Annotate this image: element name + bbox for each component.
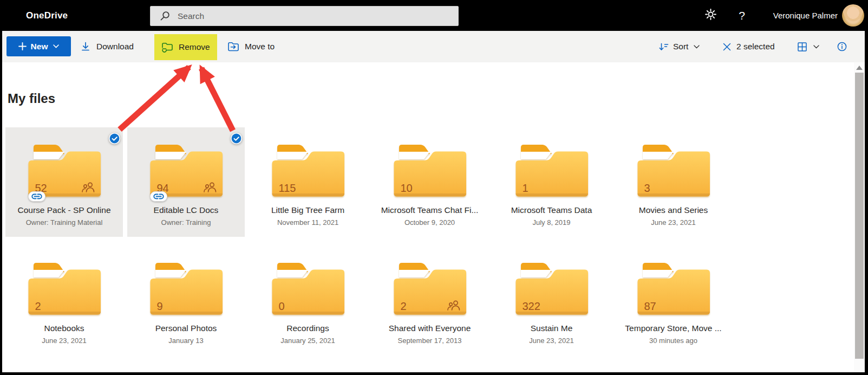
scrollbar-thumb[interactable] [855,73,864,359]
folder-icon: 94 [148,144,224,198]
folder-tile[interactable]: 2Shared with EveryoneSeptember 17, 2013 [371,245,488,355]
info-icon [837,41,847,52]
avatar[interactable] [842,4,864,27]
folder-item-count: 87 [644,300,656,313]
folder-icon: 0 [270,262,346,316]
remove-folder-icon [161,42,173,53]
folder-name[interactable]: Movies and Series [639,205,708,215]
chevron-down-icon [694,45,700,49]
folder-name[interactable]: Shared with Everyone [389,324,471,333]
clear-selection-button[interactable]: 2 selected [722,31,775,62]
selection-count: 2 selected [736,42,775,51]
shared-people-icon [203,181,217,195]
help-button[interactable]: ? [734,0,749,31]
folder-name[interactable]: Course Pack - SP Online [17,205,110,215]
folder-subtitle: 30 minutes ago [649,337,697,345]
grid-view-icon [797,42,807,52]
download-icon [80,41,91,52]
plus-icon [18,42,27,50]
sort-button[interactable]: Sort [658,31,700,62]
link-badge-icon [28,191,45,202]
scrollbar-up-arrow-icon[interactable] [856,66,863,70]
folder-name[interactable]: Temporary Store, Move ... [625,324,721,333]
folder-name[interactable]: Notebooks [44,324,84,333]
new-button[interactable]: New [6,36,71,56]
folder-icon: 9 [148,262,224,316]
help-icon: ? [739,9,745,22]
folder-subtitle: June 23, 2021 [651,218,695,227]
remove-button[interactable]: Remove [154,34,217,60]
vertical-scrollbar[interactable] [854,62,865,372]
folder-item-count: 2 [35,300,41,313]
folder-subtitle: June 23, 2021 [529,337,573,345]
folder-name[interactable]: Microsoft Teams Chat Fi... [381,205,479,215]
folder-tile[interactable]: 52Course Pack - SP OnlineOwner: Training… [5,127,123,237]
window-border [0,372,868,375]
folder-item-count: 2 [401,300,407,313]
folder-item-count: 9 [157,300,163,313]
download-button[interactable]: Download [80,31,134,62]
folder-item-count: 3 [644,182,650,195]
folder-grid: 52Course Pack - SP OnlineOwner: Training… [5,127,732,355]
new-button-label: New [31,42,48,51]
search-placeholder: Search [178,11,204,21]
folder-name[interactable]: Recordings [286,324,329,333]
shared-people-icon [447,299,461,313]
selected-checkmark-icon[interactable] [231,133,242,144]
folder-tile[interactable]: 2NotebooksJune 23, 2021 [5,245,123,355]
top-app-bar: OneDrive Search ? Veronique Palmer [0,0,868,31]
link-badge-icon [150,191,167,202]
folder-icon: 87 [636,262,712,316]
selected-checkmark-icon[interactable] [109,133,120,144]
folder-icon: 3 [636,144,712,198]
move-to-folder-icon [227,41,239,52]
folder-icon: 115 [270,144,346,198]
folder-tile[interactable]: 87Temporary Store, Move ...30 minutes ag… [615,245,732,355]
folder-subtitle: June 23, 2021 [42,337,86,345]
chevron-down-icon [813,45,819,49]
view-options-button[interactable] [797,31,819,62]
folder-tile[interactable]: 94Editable LC DocsOwner: Training [127,127,245,237]
folder-subtitle: January 25, 2021 [280,337,335,345]
folder-icon: 1 [514,144,590,198]
folder-name[interactable]: Editable LC Docs [154,205,219,215]
chevron-down-icon [53,44,59,48]
folder-tile[interactable]: 0RecordingsJanuary 25, 2021 [249,245,367,355]
details-pane-button[interactable] [837,31,847,62]
folder-name[interactable]: Personal Photos [155,324,217,333]
folder-subtitle: Owner: Training Material [26,218,103,227]
close-icon [722,42,732,51]
remove-label: Remove [179,42,210,52]
folder-tile[interactable]: 322Sustain MeJune 23, 2021 [493,245,610,355]
account-name[interactable]: Veronique Palmer [765,0,838,31]
folder-tile[interactable]: 3Movies and SeriesJune 23, 2021 [615,127,732,237]
folder-item-count: 10 [401,182,413,195]
search-input[interactable]: Search [150,6,459,26]
folder-name[interactable]: Microsoft Teams Data [511,205,592,215]
folder-icon: 2 [27,262,102,316]
folder-tile[interactable]: 1Microsoft Teams DataJuly 8, 2019 [493,127,610,237]
folder-subtitle: September 17, 2013 [398,337,462,345]
download-label: Download [96,42,134,51]
folder-subtitle: January 13 [168,337,203,345]
shared-people-icon [81,181,95,195]
folder-tile[interactable]: 115Little Big Tree FarmNovember 11, 2021 [249,127,367,237]
page-title: My files [8,91,55,106]
move-to-button[interactable]: Move to [227,31,275,62]
folder-tile[interactable]: 10Microsoft Teams Chat Fi...October 9, 2… [371,127,488,237]
folder-name[interactable]: Sustain Me [531,324,573,333]
folder-name[interactable]: Little Big Tree Farm [271,205,344,215]
folder-tile[interactable]: 9Personal PhotosJanuary 13 [127,245,245,355]
folder-item-count: 1 [523,182,528,195]
folder-item-count: 0 [279,300,285,313]
folder-item-count: 115 [279,182,296,195]
window-border [865,0,868,375]
settings-button[interactable] [702,0,719,31]
sort-icon [658,42,669,52]
folder-subtitle: July 8, 2019 [532,218,570,227]
onedrive-logo[interactable]: OneDrive [26,0,68,31]
folder-subtitle: October 9, 2020 [404,218,455,227]
folder-icon: 2 [392,262,468,316]
search-icon [160,11,170,21]
move-to-label: Move to [245,42,275,51]
